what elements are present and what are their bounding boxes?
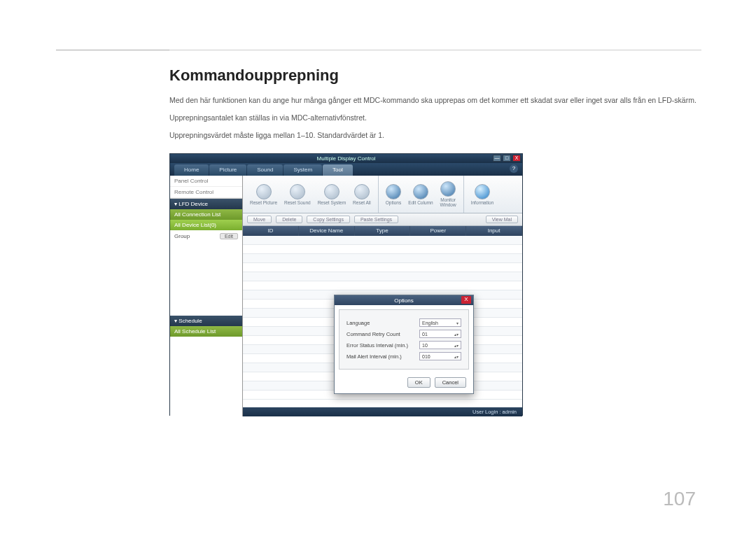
paragraph-3: Upprepningsvärdet måste ligga mellan 1–1…	[169, 129, 701, 141]
language-select[interactable]: English▾	[419, 318, 461, 327]
reset-sound-icon	[290, 184, 305, 199]
tab-system[interactable]: System	[284, 164, 322, 176]
reset-picture[interactable]: Reset Picture	[250, 184, 277, 206]
col-input[interactable]: Input	[466, 226, 522, 236]
tab-sound[interactable]: Sound	[247, 164, 283, 176]
info-icon	[475, 184, 490, 199]
sidebar-all-schedule[interactable]: All Schedule List	[170, 326, 242, 337]
retry-count-label: Command Retry Count	[346, 331, 400, 337]
paste-settings-button[interactable]: Paste Settings	[354, 216, 398, 223]
error-interval-label: Error Status Interval (min.)	[346, 342, 408, 349]
mail-interval-spinner[interactable]: 010▴▾	[419, 352, 461, 360]
page-number: 107	[663, 488, 696, 510]
grid-row	[243, 236, 522, 245]
col-power[interactable]: Power	[410, 226, 466, 236]
row-language: Language English▾	[346, 318, 461, 327]
options-dialog: Options X Language English▾ Command Retr…	[334, 295, 474, 394]
language-label: Language	[346, 320, 370, 326]
mail-interval-label: Mail Alert Interval (min.)	[346, 353, 402, 360]
dialog-close-button[interactable]: X	[461, 296, 471, 304]
error-interval-spinner[interactable]: 10▴▾	[419, 341, 461, 349]
col-id[interactable]: ID	[243, 226, 299, 236]
toolbar-information[interactable]: Information	[471, 184, 494, 206]
dialog-buttons: OK Cancel	[335, 374, 473, 393]
tab-home[interactable]: Home	[174, 164, 209, 176]
close-button[interactable]: X	[512, 155, 521, 162]
sidebar-edit-button[interactable]: Edit	[220, 233, 238, 239]
move-button[interactable]: Move	[247, 216, 272, 223]
top-rule	[169, 50, 701, 50]
row-retry-count: Command Retry Count 01▴▾	[346, 330, 461, 338]
maximize-button[interactable]: □	[503, 155, 511, 162]
left-margin-rule	[56, 0, 169, 50]
grid-header: ID Device Name Type Power Input	[243, 226, 522, 236]
main-area: Reset Picture Reset Sound Reset System R…	[243, 176, 522, 416]
minimize-button[interactable]: —	[493, 155, 501, 162]
col-device-name[interactable]: Device Name	[299, 226, 355, 236]
retry-count-spinner[interactable]: 01▴▾	[419, 330, 461, 338]
reset-picture-icon	[256, 184, 272, 199]
dialog-title: Options	[394, 297, 414, 304]
sidebar-group-label: Group	[174, 233, 190, 239]
action-bar: Move Delete Copy Settings Paste Settings…	[243, 213, 522, 226]
col-type[interactable]: Type	[355, 226, 411, 236]
help-button[interactable]: ?	[510, 164, 518, 173]
spinner-icon: ▴▾	[454, 354, 458, 359]
gear-icon	[386, 184, 401, 199]
spinner-icon: ▴▾	[454, 343, 458, 348]
sidebar-schedule-header[interactable]: ▾ Schedule	[170, 316, 242, 326]
page-heading: Kommandoupprepning	[169, 66, 701, 85]
reset-sound[interactable]: Reset Sound	[284, 184, 311, 206]
grid-row	[243, 281, 522, 290]
delete-button[interactable]: Delete	[276, 216, 302, 223]
sidebar-remote-control[interactable]: Remote Control	[170, 187, 242, 198]
dialog-titlebar: Options X	[335, 295, 473, 305]
toolbar-info-group: Information	[464, 176, 501, 213]
grid-row	[243, 272, 522, 281]
sidebar-panel-control[interactable]: Panel Control	[170, 176, 242, 187]
reset-all-icon	[354, 184, 370, 199]
row-error-interval: Error Status Interval (min.) 10▴▾	[346, 341, 461, 349]
grid-row	[243, 263, 522, 272]
reset-all[interactable]: Reset All	[353, 184, 371, 206]
columns-icon	[413, 184, 428, 199]
tab-tool[interactable]: Tool	[323, 164, 353, 176]
paragraph-2: Upprepningsantalet kan ställas in via MD…	[169, 112, 701, 124]
view-mal-button[interactable]: View Mal	[486, 216, 518, 223]
sidebar-all-connection[interactable]: All Connection List	[170, 209, 242, 220]
toolbar: Reset Picture Reset Sound Reset System R…	[243, 176, 522, 213]
paragraph-1: Med den här funktionen kan du ange hur m…	[169, 94, 701, 106]
toolbar-options[interactable]: Options	[386, 184, 401, 206]
grid-row	[243, 254, 522, 263]
toolbar-monitor-window[interactable]: Monitor Window	[440, 181, 456, 207]
grid-body: Options X Language English▾ Command Retr…	[243, 236, 522, 407]
spinner-icon: ▴▾	[454, 332, 458, 337]
row-mail-interval: Mail Alert Interval (min.) 010▴▾	[346, 352, 461, 360]
tab-picture[interactable]: Picture	[209, 164, 246, 176]
main-tabs: Home Picture Sound System Tool ?	[170, 163, 522, 176]
sidebar: Panel Control Remote Control ▾ LFD Devic…	[170, 176, 243, 416]
chevron-down-icon: ▾	[456, 321, 458, 325]
toolbar-edit-column[interactable]: Edit Column	[408, 184, 433, 206]
toolbar-reset-group: Reset Picture Reset Sound Reset System R…	[243, 176, 379, 213]
app-title: Multiple Display Control	[316, 155, 375, 162]
titlebar: Multiple Display Control — □ X	[170, 154, 522, 163]
page-content: Kommandoupprepning Med den här funktione…	[169, 66, 701, 416]
dialog-body: Language English▾ Command Retry Count 01…	[339, 309, 469, 370]
sidebar-lfd-header[interactable]: ▾ LFD Device	[170, 199, 242, 209]
toolbar-options-group: Options Edit Column Monitor Window	[379, 176, 464, 213]
sidebar-group-area: Group Edit	[170, 230, 242, 316]
status-bar: User Login : admin	[243, 407, 522, 416]
cancel-button[interactable]: Cancel	[435, 377, 466, 388]
monitor-icon	[440, 181, 456, 197]
ok-button[interactable]: OK	[407, 377, 430, 388]
sidebar-all-device[interactable]: All Device List(0)	[170, 220, 242, 230]
window-buttons: — □ X	[493, 155, 521, 162]
grid-row	[243, 245, 522, 254]
sidebar-all-device-label: All Device List(0)	[174, 222, 216, 228]
copy-settings-button[interactable]: Copy Settings	[307, 216, 350, 223]
reset-system-icon	[324, 184, 340, 199]
reset-system[interactable]: Reset System	[318, 184, 346, 206]
mdc-app-window: Multiple Display Control — □ X Home Pict…	[169, 153, 523, 416]
